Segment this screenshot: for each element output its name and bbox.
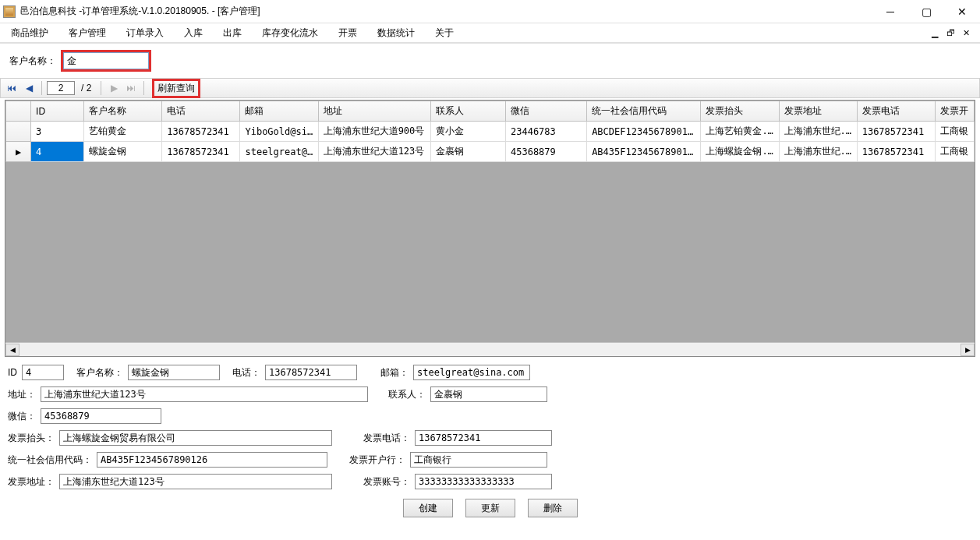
col-tel[interactable]: 电话: [162, 101, 240, 122]
lbl-bank: 发票开户行：: [349, 454, 405, 467]
lbl-name: 客户名称：: [76, 366, 123, 379]
window-title: 邑泊信息科技 -订单管理系统-V.1.0.20180905. - [客户管理]: [20, 5, 872, 18]
close-button[interactable]: ✕: [944, 0, 980, 23]
search-input[interactable]: [63, 52, 149, 69]
field-inv[interactable]: [59, 430, 332, 446]
pager: ⏮ ◀ / 2 ▶ ⏭ 刷新查询: [0, 78, 980, 98]
pager-last-icon: ⏭: [123, 80, 139, 96]
scroll-right-icon[interactable]: ▶: [961, 344, 975, 356]
col-wx[interactable]: 微信: [505, 101, 586, 122]
col-inv[interactable]: 发票抬头: [701, 101, 779, 122]
grid-hscrollbar[interactable]: ◀ ▶: [5, 342, 975, 356]
field-acct[interactable]: [415, 474, 552, 489]
menu-order-entry[interactable]: 订单录入: [123, 25, 167, 41]
create-button[interactable]: 创建: [403, 499, 453, 517]
app-icon: [3, 5, 16, 18]
field-addr[interactable]: [41, 386, 368, 402]
minimize-button[interactable]: ─: [872, 0, 908, 23]
scroll-left-icon[interactable]: ◀: [5, 344, 19, 356]
col-code[interactable]: 统一社会信用代码: [587, 101, 701, 122]
row-indicator: ▶: [6, 142, 31, 162]
menu-stock-flow[interactable]: 库存变化流水: [259, 25, 321, 41]
lbl-wx: 微信：: [8, 410, 36, 423]
row-indicator: [6, 122, 31, 142]
field-invtel[interactable]: [415, 430, 552, 446]
update-button[interactable]: 更新: [465, 499, 515, 517]
detail-panel: ID 客户名称： 电话： 邮箱： 地址： 联系人： 微信： 发票抬头： 发票电话…: [0, 357, 980, 525]
menu-inbound[interactable]: 入库: [181, 25, 206, 41]
lbl-inv: 发票抬头：: [8, 432, 55, 445]
mdi-close-icon[interactable]: ✕: [960, 26, 972, 39]
search-row: 客户名称：: [0, 44, 980, 78]
field-contact[interactable]: [430, 386, 547, 402]
menu-outbound[interactable]: 出库: [220, 25, 245, 41]
table-row[interactable]: ▶ 4 螺旋金钢 13678572341 steelgreat@s... 上海浦…: [6, 142, 975, 162]
lbl-acct: 发票账号：: [363, 475, 410, 489]
menu-stats[interactable]: 数据统计: [374, 25, 418, 41]
lbl-tel: 电话：: [232, 366, 260, 379]
field-tel[interactable]: [265, 365, 357, 380]
menu-about[interactable]: 关于: [432, 25, 457, 41]
col-addr[interactable]: 地址: [318, 101, 430, 122]
lbl-addr: 地址：: [8, 388, 36, 401]
grid-container: ID 客户名称 电话 邮箱 地址 联系人 微信 统一社会信用代码 发票抬头 发票…: [5, 100, 975, 357]
field-invaddr[interactable]: [59, 474, 332, 489]
col-contact[interactable]: 联系人: [430, 101, 505, 122]
menubar: 商品维护 客户管理 订单录入 入库 出库 库存变化流水 开票 数据统计 关于 ▁…: [0, 23, 980, 42]
menu-products[interactable]: 商品维护: [8, 25, 51, 41]
field-bank[interactable]: [410, 452, 547, 468]
col-id[interactable]: ID: [31, 101, 84, 122]
mdi-minimize-icon[interactable]: ▁: [929, 26, 941, 39]
col-bank[interactable]: 发票开: [935, 101, 974, 122]
delete-button[interactable]: 删除: [528, 499, 578, 517]
pager-total: / 2: [81, 83, 91, 94]
table-row[interactable]: 3 艺铂黄金 13678572341 YiboGold@sin... 上海浦东世…: [6, 122, 975, 142]
pager-first-icon[interactable]: ⏮: [4, 80, 19, 96]
lbl-contact: 联系人：: [388, 388, 426, 401]
titlebar: 邑泊信息科技 -订单管理系统-V.1.0.20180905. - [客户管理] …: [0, 0, 980, 23]
lbl-invtel: 发票电话：: [363, 432, 410, 445]
col-invtel[interactable]: 发票电话: [857, 101, 935, 122]
col-invaddr[interactable]: 发票地址: [779, 101, 857, 122]
refresh-query-button[interactable]: 刷新查询: [152, 79, 200, 98]
pager-next-icon: ▶: [106, 80, 122, 96]
col-mail[interactable]: 邮箱: [240, 101, 318, 122]
search-highlight: [61, 50, 151, 72]
maximize-button[interactable]: ▢: [908, 0, 944, 23]
lbl-invaddr: 发票地址：: [8, 475, 55, 489]
lbl-code: 统一社会信用代码：: [8, 454, 92, 467]
field-code[interactable]: [97, 452, 327, 468]
lbl-id: ID: [8, 367, 17, 378]
search-label: 客户名称：: [9, 55, 56, 68]
field-mail[interactable]: [413, 365, 530, 380]
field-name[interactable]: [128, 365, 220, 380]
customer-grid[interactable]: ID 客户名称 电话 邮箱 地址 联系人 微信 统一社会信用代码 发票抬头 发票…: [5, 101, 975, 342]
col-name[interactable]: 客户名称: [84, 101, 162, 122]
field-wx[interactable]: [41, 408, 161, 424]
lbl-mail: 邮箱：: [380, 366, 409, 379]
menu-customers[interactable]: 客户管理: [65, 25, 109, 41]
rowhead-col: [6, 101, 31, 122]
pager-prev-icon[interactable]: ◀: [21, 80, 37, 96]
mdi-restore-icon[interactable]: 🗗: [944, 26, 957, 39]
pager-page-input[interactable]: [47, 81, 75, 95]
menu-invoice[interactable]: 开票: [335, 25, 360, 41]
field-id[interactable]: [22, 365, 64, 380]
